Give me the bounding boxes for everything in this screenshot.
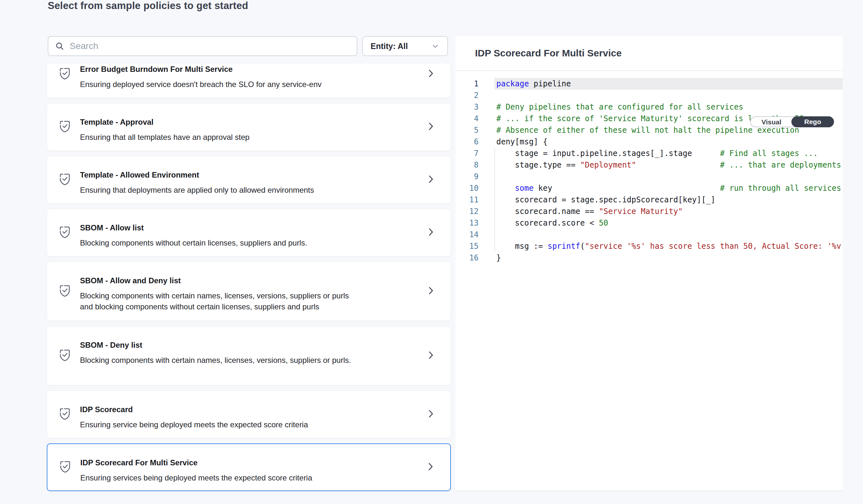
policy-description: Ensuring services being deployed meets t…	[80, 473, 364, 483]
policy-card[interactable]: SBOM - Deny listBlocking components with…	[47, 326, 451, 385]
search-input[interactable]	[70, 41, 350, 51]
shield-check-icon	[59, 407, 71, 422]
entity-filter-dropdown[interactable]: Entity: All	[362, 36, 448, 56]
view-toggle: VisualRego	[750, 116, 834, 127]
line-number: 12	[455, 206, 478, 217]
code-line	[496, 171, 843, 182]
policy-title: Error Budget Burndown For Multi Service	[80, 65, 233, 74]
entity-filter-label: Entity: All	[371, 41, 408, 51]
code-line	[496, 90, 843, 101]
policy-card[interactable]: SBOM - Allow listBlocking components wit…	[47, 209, 451, 257]
policy-description: Ensuring service being deployed meets th…	[80, 419, 364, 430]
line-number: 5	[455, 125, 478, 136]
policy-description: Ensuring deployed service doesn't breach…	[80, 79, 364, 90]
line-number-gutter: 12345678910111213141516	[455, 78, 478, 263]
policy-detail-panel: IDP Scorecard For Multi Service 12345678…	[455, 36, 843, 491]
chevron-right-icon	[426, 227, 436, 238]
policy-description: Blocking components with certain names, …	[80, 290, 364, 312]
chevron-right-icon	[426, 409, 436, 420]
line-number: 11	[455, 194, 478, 206]
view-toggle-option-rego[interactable]: Rego	[791, 116, 834, 127]
chevron-right-icon	[426, 121, 436, 133]
search-icon	[55, 41, 64, 51]
code-content: package pipeline# Deny pipelines that ar…	[495, 78, 843, 263]
view-toggle-option-visual[interactable]: Visual	[751, 117, 792, 127]
line-number: 16	[455, 252, 478, 263]
line-number: 9	[455, 171, 478, 182]
code-line: deny[msg] {	[496, 136, 843, 147]
policy-title: IDP Scorecard For Multi Service	[80, 458, 198, 467]
chevron-right-icon	[426, 350, 436, 362]
line-number: 4	[455, 113, 478, 125]
code-line: scorecard = stage.spec.idpScorecard[key]…	[496, 194, 843, 206]
chevron-right-icon	[426, 174, 436, 185]
line-number: 2	[455, 90, 478, 101]
search-input-wrapper	[48, 36, 357, 56]
line-number: 10	[455, 182, 478, 194]
chevron-right-icon	[426, 68, 436, 80]
code-line: # Deny pipelines that are configured for…	[496, 101, 843, 113]
policy-description: Blocking components without certain lice…	[80, 237, 364, 248]
policy-description: Ensuring that deployments are applied on…	[80, 185, 364, 196]
code-line	[496, 229, 843, 241]
line-number: 1	[455, 78, 478, 90]
code-line: }	[496, 252, 843, 263]
policy-list: Error Budget Burndown For Multi ServiceE…	[47, 64, 452, 499]
shield-check-icon	[59, 460, 71, 475]
line-number: 8	[455, 159, 478, 171]
policy-description: Blocking components with certain names, …	[80, 355, 364, 366]
code-line: some key # run through all services	[496, 182, 843, 194]
line-number: 15	[455, 241, 478, 252]
code-line: scorecard.score < 50	[496, 217, 843, 229]
chevron-down-icon	[431, 42, 440, 50]
code-line: scorecard.name == "Service Maturity"	[496, 206, 843, 217]
code-editor: 12345678910111213141516 package pipeline…	[455, 72, 843, 490]
page-title: Select from sample policies to get start…	[48, 0, 248, 12]
line-number: 7	[455, 147, 478, 159]
policy-title: Template - Approval	[80, 118, 153, 127]
policy-title: SBOM - Allow and Deny list	[80, 276, 180, 285]
policy-card[interactable]: Template - ApprovalEnsuring that all tem…	[47, 103, 451, 151]
code-line: package pipeline	[496, 78, 843, 90]
policy-card[interactable]: Template - Allowed EnvironmentEnsuring t…	[47, 156, 451, 204]
shield-check-icon	[59, 172, 71, 188]
policy-title: SBOM - Allow list	[80, 223, 144, 232]
shield-check-icon	[59, 225, 71, 241]
line-number: 6	[455, 136, 478, 147]
shield-check-icon	[59, 66, 71, 82]
code-line: msg := sprintf("service '%s' has score l…	[496, 241, 843, 252]
policy-description: Ensuring that all templates have an appr…	[80, 132, 364, 143]
chevron-right-icon	[426, 285, 436, 297]
policy-title: Template - Allowed Environment	[80, 170, 199, 180]
policy-title: SBOM - Deny list	[80, 340, 142, 350]
chevron-right-icon	[426, 462, 435, 473]
policy-card[interactable]: IDP Scorecard For Multi ServiceEnsuring …	[47, 443, 451, 491]
line-number: 3	[455, 101, 478, 113]
shield-check-icon	[59, 284, 71, 299]
policy-title: IDP Scorecard	[80, 405, 133, 414]
policy-card[interactable]: Error Budget Burndown For Multi ServiceE…	[47, 64, 451, 98]
code-line: stage.type == "Deployment" # ... that ar…	[496, 159, 843, 171]
shield-check-icon	[59, 119, 71, 135]
policy-card[interactable]: SBOM - Allow and Deny listBlocking compo…	[47, 262, 451, 321]
line-number: 13	[455, 217, 478, 229]
code-line: stage = input.pipeline.stages[_].stage #…	[496, 147, 843, 159]
detail-panel-title: IDP Scorecard For Multi Service	[475, 48, 622, 59]
shield-check-icon	[59, 348, 71, 363]
policy-card[interactable]: IDP ScorecardEnsuring service being depl…	[47, 390, 451, 438]
detail-panel-header: IDP Scorecard For Multi Service	[455, 36, 843, 71]
line-number: 14	[455, 229, 478, 241]
